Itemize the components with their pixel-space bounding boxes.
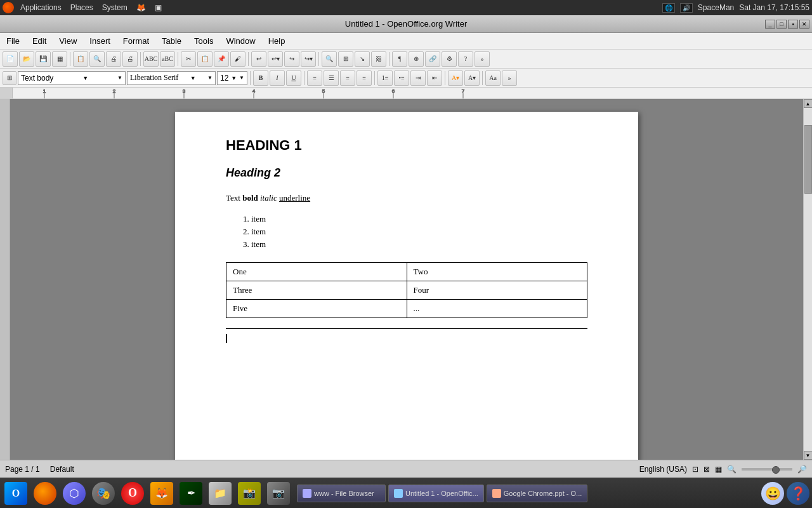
vertical-scrollbar[interactable]: ▲ ▼ (803, 99, 812, 460)
help-btn[interactable]: ? (458, 51, 473, 67)
terminal-launcher[interactable]: ▣ (152, 3, 164, 12)
minimize-button[interactable]: _ (765, 20, 775, 29)
cursor-paragraph[interactable] (226, 334, 587, 346)
paragraph-style-value: Text body (21, 74, 53, 83)
maximize-button[interactable]: ▪ (788, 20, 798, 29)
taskbar-app5[interactable]: 📷 (265, 481, 292, 506)
underline-button[interactable]: U (286, 70, 301, 86)
scroll-up-button[interactable]: ▲ (804, 99, 813, 108)
menu-edit[interactable]: Edit (26, 34, 53, 48)
format-paintbrush-button[interactable]: 🖌 (230, 51, 246, 67)
align-center-button[interactable]: ☰ (324, 70, 339, 86)
places-menu[interactable]: Places (68, 3, 96, 12)
volume-icon: 🔊 (680, 3, 693, 13)
scrollbar-thumb[interactable] (804, 125, 812, 194)
bullet-list-button[interactable]: •≡ (394, 70, 409, 86)
scroll-down-button[interactable]: ▼ (804, 451, 813, 460)
align-left-button[interactable]: ≡ (307, 70, 322, 86)
spellcheck-button[interactable]: ABC (143, 51, 159, 67)
find-button[interactable]: 🔍 (322, 51, 337, 67)
sep-fmt4 (445, 71, 445, 85)
bold-button[interactable]: B (253, 70, 268, 86)
font-size-select[interactable]: 12 ▼ (217, 71, 247, 85)
applications-menu[interactable]: Applications (18, 3, 64, 12)
autocorrect-button[interactable]: aBC (160, 51, 175, 67)
restore-button[interactable]: □ (776, 20, 787, 29)
taskbar-openoffice[interactable]: O (3, 481, 29, 506)
firefox-launcher[interactable]: 🦊 (134, 3, 148, 12)
undo-button[interactable]: ↩ (251, 51, 266, 67)
more-format-button[interactable]: » (502, 70, 517, 86)
zoom-slider[interactable] (742, 468, 792, 471)
datasource-button[interactable]: 🔗 (425, 51, 440, 67)
table-insert-button[interactable]: ⊞ (338, 51, 353, 67)
zoom-button[interactable]: ⊕ (409, 51, 424, 67)
system-menu[interactable]: System (100, 3, 130, 12)
svg-text:1: 1 (43, 88, 46, 94)
menu-table[interactable]: Table (155, 34, 188, 48)
taskbar-filemanager[interactable]: 📁 (207, 481, 233, 506)
opera-icon: O (121, 482, 144, 505)
italic-button[interactable]: I (270, 70, 285, 86)
menu-view[interactable]: View (53, 34, 83, 48)
table-cell-dots: ... (407, 300, 587, 318)
taskbar-window-writer[interactable]: Untitled 1 - OpenOffic... (388, 485, 484, 502)
system-bar-right: 🌐 🔊 SpaceMan Sat Jan 17, 17:15:55 (662, 3, 809, 13)
sep6 (389, 52, 390, 66)
taskbar-opera[interactable]: O (119, 481, 146, 506)
paragraph-style-select[interactable]: Text body ▼ (18, 71, 126, 85)
taskbar-window-impress-label: Google Chrome.ppt - O... (504, 490, 582, 497)
taskbar-window-filebrowser[interactable]: www - File Browser (297, 485, 386, 502)
taskbar-app3[interactable]: 🎭 (90, 481, 117, 506)
menu-help[interactable]: Help (262, 34, 292, 48)
list-indent-button[interactable]: ⇥ (410, 70, 426, 86)
taskbar-inkscape[interactable]: ✒ (178, 481, 204, 506)
page[interactable]: HEADING 1 Heading 2 Text bold italic und… (175, 112, 638, 460)
document-area[interactable]: HEADING 1 Heading 2 Text bold italic und… (10, 99, 803, 460)
taskbar-cube[interactable]: ⬡ (61, 481, 88, 506)
align-justify-button[interactable]: ≡ (357, 70, 372, 86)
taskbar-gimp[interactable]: 🦊 (148, 481, 175, 506)
font-size-value: 12 (220, 74, 228, 83)
print-preview-button[interactable]: 🔍 (89, 51, 105, 67)
align-right-button[interactable]: ≡ (340, 70, 355, 86)
paste-button[interactable]: 📌 (214, 51, 229, 67)
menu-file[interactable]: File (0, 34, 26, 48)
save-button[interactable]: 💾 (36, 51, 51, 67)
font-name-select[interactable]: Liberation Serif ▼ (127, 71, 216, 85)
undo-list-button[interactable]: ↩▾ (268, 51, 283, 67)
taskbar-window-impress[interactable]: Google Chrome.ppt - O... (487, 485, 588, 502)
window-controls[interactable]: _ □ ▪ ✕ (765, 20, 809, 29)
font-color-button[interactable]: A▾ (464, 70, 480, 86)
hyperlink-button[interactable]: ⛓ (371, 51, 386, 67)
menu-format[interactable]: Format (117, 34, 155, 48)
redo-button[interactable]: ↪ (284, 51, 299, 67)
pdf-button[interactable]: 📋 (73, 51, 88, 67)
macro-button[interactable]: ⚙ (442, 51, 457, 67)
open-button[interactable]: 📂 (19, 51, 34, 67)
print-button[interactable]: 🖨 (106, 51, 121, 67)
more-button[interactable]: » (475, 51, 490, 67)
menu-tools[interactable]: Tools (188, 34, 219, 48)
redo-list-button[interactable]: ↪▾ (301, 51, 316, 67)
new-button[interactable]: 📄 (3, 51, 18, 67)
taskbar-firefox[interactable] (32, 481, 58, 506)
cut-button[interactable]: ✂ (181, 51, 196, 67)
insert-button[interactable]: ↘ (355, 51, 370, 67)
close-button[interactable]: ✕ (799, 20, 809, 29)
numbered-list-button[interactable]: 1≡ (377, 70, 393, 86)
menu-window[interactable]: Window (219, 34, 261, 48)
menu-insert[interactable]: Insert (83, 34, 117, 48)
scrollbar-track[interactable] (804, 108, 813, 451)
copy-button[interactable]: 📋 (197, 51, 213, 67)
styles-icon: ⊞ (3, 71, 16, 85)
taskbar: O ⬡ 🎭 O 🦊 ✒ 📁 📸 📷 www - File Browser Unt… (0, 478, 812, 508)
vertical-ruler (0, 99, 10, 460)
list-outdent-button[interactable]: ⇤ (427, 70, 442, 86)
character-format-button[interactable]: Aa (485, 70, 501, 86)
taskbar-app4[interactable]: 📸 (236, 481, 263, 506)
highlight-color-button[interactable]: A▾ (448, 70, 463, 86)
save-as-button[interactable]: ▦ (52, 51, 67, 67)
print2-button[interactable]: 🖨 (122, 51, 138, 67)
nonprint-button[interactable]: ¶ (392, 51, 407, 67)
